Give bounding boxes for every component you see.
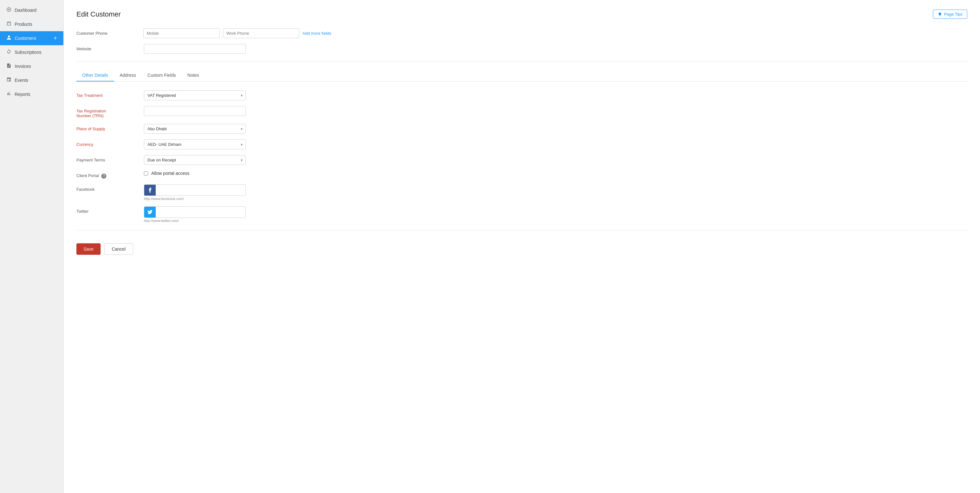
sidebar-item-label: Subscriptions: [14, 50, 41, 55]
client-portal-checkbox-row: Allow portal access: [144, 171, 189, 176]
trn-label: Tax RegistrationNumber (TRN): [76, 106, 140, 118]
place-of-supply-label: Place of Supply: [76, 124, 140, 131]
sidebar-item-subscriptions[interactable]: Subscriptions: [0, 45, 64, 59]
trn-row: Tax RegistrationNumber (TRN) 234567: [76, 106, 967, 118]
website-input[interactable]: [144, 44, 246, 54]
facebook-icon: [147, 188, 153, 193]
twitter-icon: [147, 210, 153, 215]
events-icon: [6, 77, 11, 83]
tabs: Other Details Address Custom Fields Note…: [76, 70, 967, 81]
page-header: Edit Customer Page Tips: [76, 10, 967, 19]
website-row: Website: [76, 44, 967, 54]
cancel-button[interactable]: Cancel: [105, 243, 133, 255]
twitter-row: Twitter http://www.twitter.com/: [76, 207, 967, 223]
facebook-label: Facebook: [76, 184, 140, 192]
tax-treatment-row: Tax Treatment VAT Registered Non-VAT Reg…: [76, 91, 967, 100]
add-more-fields-link[interactable]: Add more fields: [302, 31, 331, 36]
currency-row: Currency AED- UAE Dirham USD- US Dollar …: [76, 140, 967, 149]
sidebar-item-customers[interactable]: Customers +: [0, 31, 64, 45]
payment-terms-select[interactable]: Due on Receipt Net 30 Net 60: [144, 155, 246, 165]
facebook-input-wrapper: [144, 184, 246, 196]
tab-other-details[interactable]: Other Details: [76, 70, 114, 81]
client-portal-checkbox[interactable]: [144, 171, 148, 175]
twitter-hint: http://www.twitter.com/: [144, 219, 246, 223]
page-tips-label: Page Tips: [944, 12, 963, 17]
svg-point-0: [8, 9, 10, 10]
facebook-input[interactable]: [156, 185, 245, 195]
tab-notes[interactable]: Notes: [182, 70, 205, 81]
place-of-supply-row: Place of Supply Abu Dhabi Dubai Sharjah …: [76, 124, 967, 134]
sidebar-item-label: Invoices: [14, 64, 31, 69]
facebook-hint: http://www.facebook.com/: [144, 197, 246, 200]
sidebar-item-label: Events: [14, 78, 28, 83]
invoices-icon: [6, 63, 11, 70]
dashboard-icon: [6, 7, 11, 13]
client-portal-allow-label: Allow portal access: [151, 171, 189, 176]
payment-terms-label: Payment Terms: [76, 155, 140, 162]
place-of-supply-select-wrapper: Abu Dhabi Dubai Sharjah Ajman: [144, 124, 246, 134]
sidebar-item-events[interactable]: Events: [0, 73, 64, 87]
twitter-icon-box: [144, 207, 156, 218]
facebook-row: Facebook http://www.facebook.com/: [76, 184, 967, 200]
tax-treatment-label: Tax Treatment: [76, 91, 140, 98]
currency-label: Currency: [76, 140, 140, 147]
tax-treatment-select[interactable]: VAT Registered Non-VAT Registered GCC Re…: [144, 91, 246, 100]
mobile-input[interactable]: [143, 29, 220, 38]
tips-icon: [938, 12, 942, 17]
currency-select-wrapper: AED- UAE Dirham USD- US Dollar EUR- Euro: [144, 140, 246, 149]
place-of-supply-select[interactable]: Abu Dhabi Dubai Sharjah Ajman: [144, 124, 246, 134]
main-content: Edit Customer Page Tips Customer Phone A…: [64, 0, 980, 493]
currency-select[interactable]: AED- UAE Dirham USD- US Dollar EUR- Euro: [144, 140, 246, 149]
tab-address[interactable]: Address: [114, 70, 142, 81]
sidebar-item-label: Customers: [14, 36, 36, 41]
save-button[interactable]: Save: [76, 243, 100, 255]
tax-treatment-select-wrapper: VAT Registered Non-VAT Registered GCC Re…: [144, 91, 246, 100]
client-portal-label: Client Portal ?: [76, 171, 140, 179]
sidebar-item-label: Dashboard: [14, 8, 37, 13]
action-buttons: Save Cancel: [76, 243, 967, 255]
twitter-label: Twitter: [76, 207, 140, 214]
sidebar-item-dashboard[interactable]: Dashboard: [0, 3, 64, 17]
client-portal-row: Client Portal ? Allow portal access: [76, 171, 967, 179]
twitter-input-wrapper: [144, 207, 246, 218]
twitter-input-area: http://www.twitter.com/: [144, 207, 246, 223]
sidebar-item-products[interactable]: Products: [0, 17, 64, 31]
tab-custom-fields[interactable]: Custom Fields: [142, 70, 181, 81]
customer-phone-row: Customer Phone Add more fields: [76, 29, 967, 38]
sidebar: Dashboard Products Customers + Subscript…: [0, 0, 64, 493]
sidebar-item-reports[interactable]: Reports: [0, 87, 64, 101]
products-icon: [6, 21, 11, 27]
payment-terms-row: Payment Terms Due on Receipt Net 30 Net …: [76, 155, 967, 165]
bottom-separator: [76, 230, 967, 231]
sidebar-item-label: Products: [14, 22, 32, 27]
reports-icon: [6, 91, 11, 97]
page-tips-button[interactable]: Page Tips: [933, 10, 967, 19]
page-title: Edit Customer: [76, 10, 121, 19]
customer-phone-label: Customer Phone: [76, 31, 140, 36]
trn-input[interactable]: 234567: [144, 106, 246, 116]
sidebar-item-invoices[interactable]: Invoices: [0, 59, 64, 73]
add-customer-button[interactable]: +: [54, 35, 57, 41]
payment-terms-select-wrapper: Due on Receipt Net 30 Net 60: [144, 155, 246, 165]
sidebar-item-label: Reports: [14, 92, 30, 97]
customers-icon: [6, 35, 11, 41]
work-phone-input[interactable]: [223, 29, 299, 38]
website-label: Website: [76, 44, 140, 51]
client-portal-help-icon[interactable]: ?: [101, 173, 107, 179]
facebook-input-area: http://www.facebook.com/: [144, 184, 246, 200]
twitter-input[interactable]: [156, 207, 245, 216]
facebook-icon-box: [144, 185, 156, 196]
subscriptions-icon: [6, 49, 11, 56]
